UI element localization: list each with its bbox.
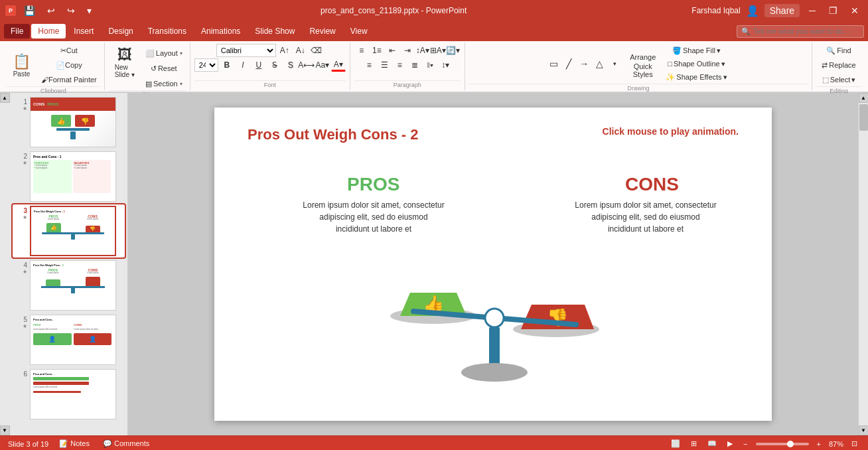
shape-rect-button[interactable]: ▭ [546, 57, 561, 70]
scroll-right-down-button[interactable]: ▼ [859, 425, 869, 435]
slide-thumb-1[interactable]: CONS PROS 👍 👎 [30, 97, 116, 147]
save-button[interactable]: 💾 [20, 4, 39, 17]
zoom-value: 87% [829, 440, 843, 448]
slide-thumb-6[interactable]: Pros and Cons - Lorem ipsum dolor sit am… [30, 369, 116, 419]
notes-button[interactable]: 📝 Notes [56, 439, 92, 449]
slideshow-button[interactable]: ▶ [725, 439, 735, 449]
numbering-button[interactable]: 1≡ [370, 44, 384, 57]
minimize-button[interactable]: ─ [805, 4, 820, 17]
line-spacing-button[interactable]: ↕▾ [438, 58, 453, 72]
menu-home[interactable]: Home [31, 24, 66, 38]
font-name-select[interactable]: Calibri [216, 44, 276, 57]
font-color-button[interactable]: A▾ [331, 58, 346, 72]
select-button[interactable]: ⬚ Select ▾ [818, 73, 861, 86]
new-slide-button[interactable]: 🖼 NewSlide ▾ [109, 44, 141, 81]
slide-star-1: ★ [23, 106, 27, 112]
slide-star-3: ★ [23, 214, 27, 220]
increase-indent-button[interactable]: ⇥ [400, 44, 415, 57]
font-size-decrease-button[interactable]: A↓ [293, 44, 308, 57]
zoom-slider[interactable] [756, 443, 809, 445]
scroll-up-button[interactable]: ▲ [0, 93, 10, 103]
slide-item-2[interactable]: 2 ★ Pros and Cons - 1 POSITIVES • Lorem … [13, 150, 125, 203]
clear-format-button[interactable]: ⌫ [309, 44, 324, 57]
paragraph-label: Paragraph [354, 80, 461, 89]
scroll-down-button[interactable]: ▼ [0, 425, 10, 435]
shape-outline-button[interactable]: □ Shape Outline ▾ [662, 57, 730, 70]
reading-view-button[interactable]: 📖 [705, 439, 719, 449]
cons-text: Lorem ipsum dolor sit amet, consectetur … [553, 199, 739, 235]
menu-slideshow[interactable]: Slide Show [248, 24, 301, 38]
find-button[interactable]: 🔍 Find [822, 44, 855, 57]
scroll-right-up-button[interactable]: ▲ [859, 93, 869, 103]
columns-button[interactable]: ⫴▾ [423, 58, 437, 72]
zoom-out-button[interactable]: − [741, 439, 750, 449]
search-input[interactable] [753, 27, 859, 35]
font-size-select[interactable]: 24 [194, 58, 218, 72]
slide-item-5[interactable]: 5 ★ Pros and Cons - PROS Lorem ipsum dol… [13, 313, 125, 366]
comments-button[interactable]: 💬 Comments [100, 439, 152, 449]
slide-item-1[interactable]: 1 ★ CONS PROS 👍 👎 [13, 96, 125, 149]
close-button[interactable]: ✕ [847, 4, 863, 17]
format-painter-button[interactable]: 🖌 Format Painter [38, 73, 100, 86]
redo-button[interactable]: ↪ [63, 4, 79, 17]
slide-item-4[interactable]: 4 ★ Pros Out Weigh Pros - 3 PROS Lorem i… [13, 259, 125, 312]
paste-button[interactable]: 📋 Paste [7, 46, 36, 84]
convert-smartart-button[interactable]: 🔄▾ [446, 44, 461, 57]
shadow-button[interactable]: S [283, 58, 298, 72]
shape-fill-button[interactable]: 🪣 Shape Fill ▾ [662, 44, 730, 57]
font-case-button[interactable]: Aa▾ [315, 58, 330, 72]
menu-design[interactable]: Design [102, 24, 139, 38]
menu-animations[interactable]: Animations [194, 24, 247, 38]
text-direction-button[interactable]: ↕A▾ [415, 44, 430, 57]
bullets-button[interactable]: ≡ [354, 44, 369, 57]
justify-button[interactable]: ≣ [407, 58, 422, 72]
menu-file[interactable]: File [4, 24, 30, 38]
section-button[interactable]: ▤Section▾ [142, 77, 186, 90]
share-button[interactable]: Share [764, 4, 800, 17]
menu-view[interactable]: View [344, 24, 374, 38]
font-size-increase-button[interactable]: A↑ [277, 44, 292, 57]
menu-insert[interactable]: Insert [67, 24, 100, 38]
slide-thumb-5[interactable]: Pros and Cons - PROS Lorem ipsum dolor s… [30, 315, 116, 365]
shape-arrow-button[interactable]: → [577, 57, 591, 70]
slide-area[interactable]: Pros Out Weigh Cons - 2 Click mouse to p… [128, 93, 858, 435]
slide-thumb-2[interactable]: Pros and Cons - 1 POSITIVES • Lorem ipsu… [30, 151, 116, 202]
layout-button[interactable]: ⬜Layout▾ [142, 46, 186, 60]
char-spacing-button[interactable]: A⟷ [299, 58, 314, 72]
strikethrough-button[interactable]: S̶ [267, 58, 282, 72]
underline-button[interactable]: U [252, 58, 266, 72]
search-box[interactable]: 🔍 [737, 25, 864, 38]
undo-button[interactable]: ↩ [43, 4, 59, 17]
align-center-button[interactable]: ☰ [377, 58, 392, 72]
restore-button[interactable]: ❐ [825, 4, 841, 17]
menu-transitions[interactable]: Transitions [141, 24, 193, 38]
slide-thumb-3[interactable]: Pros Out Weigh Cons - 2 PROS Lorem ipsum… [30, 206, 116, 256]
shape-line-button[interactable]: ╱ [561, 57, 576, 70]
shape-triangle-button[interactable]: △ [592, 57, 607, 70]
arrange-button[interactable]: Arrange [625, 50, 660, 64]
slide-thumb-4[interactable]: Pros Out Weigh Pros - 3 PROS Lorem ipsum… [30, 260, 116, 311]
quick-styles-button[interactable]: QuickStyles [625, 64, 660, 77]
fit-window-button[interactable]: ⊡ [849, 439, 860, 449]
align-text-button[interactable]: ⊞A▾ [431, 44, 445, 57]
slide-canvas[interactable]: Pros Out Weigh Cons - 2 Click mouse to p… [214, 108, 772, 421]
zoom-in-button[interactable]: + [814, 439, 824, 449]
slide-item-6[interactable]: 6 ★ Pros and Cons - Lorem ipsum dolor si… [13, 368, 125, 421]
menu-review[interactable]: Review [303, 24, 342, 38]
align-left-button[interactable]: ≡ [362, 58, 376, 72]
scroll-thumb[interactable] [859, 104, 868, 131]
normal-view-button[interactable]: ⬜ [668, 439, 683, 449]
italic-button[interactable]: I [236, 58, 250, 72]
shape-more-button[interactable]: ▾ [607, 57, 622, 70]
cut-button[interactable]: ✂ Cut [38, 44, 100, 57]
customize-button[interactable]: ▾ [83, 4, 96, 17]
replace-button[interactable]: ⇄ Replace [817, 58, 860, 72]
bold-button[interactable]: B [220, 58, 234, 72]
shape-effects-button[interactable]: ✨ Shape Effects ▾ [662, 70, 730, 84]
decrease-indent-button[interactable]: ⇤ [385, 44, 399, 57]
reset-button[interactable]: ↺Reset [142, 62, 186, 75]
slide-sorter-button[interactable]: ⊞ [688, 439, 699, 449]
slide-item-3[interactable]: 3 ★ Pros Out Weigh Cons - 2 PROS Lorem i… [13, 204, 125, 258]
align-right-button[interactable]: ≡ [392, 58, 407, 72]
copy-button[interactable]: 📄 Copy [38, 58, 100, 72]
